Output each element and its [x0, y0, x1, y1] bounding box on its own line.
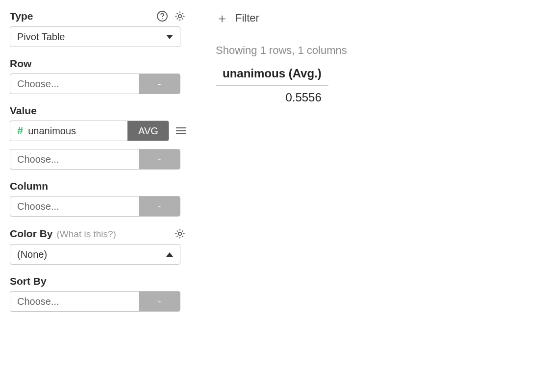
value-chooser[interactable]: # unanimous AVG [10, 121, 169, 141]
column-chooser-agg[interactable]: - [139, 196, 180, 216]
sortby-chooser[interactable]: Choose... - [10, 291, 180, 312]
gear-icon[interactable] [174, 10, 186, 23]
colorby-section: Color By (What is this?) (None) [10, 227, 186, 265]
number-type-icon: # [17, 125, 23, 136]
svg-point-1 [162, 18, 163, 19]
config-sidebar: Type [10, 10, 186, 322]
value-extra-agg[interactable]: - [139, 149, 180, 169]
result-table: unanimous (Avg.) 0.5556 [216, 64, 328, 109]
type-label: Type [10, 10, 33, 22]
value-chooser-field: unanimous [28, 125, 76, 137]
row-chooser-agg[interactable]: - [139, 74, 180, 94]
type-section: Type [10, 10, 186, 47]
sortby-label: Sort By [10, 275, 47, 287]
colorby-hint[interactable]: (What is this?) [57, 229, 116, 240]
result-meta: Showing 1 rows, 1 columns [216, 44, 546, 57]
drag-handle-icon[interactable] [176, 125, 186, 136]
result-header: unanimous (Avg.) [216, 64, 328, 86]
value-extra-placeholder: Choose... [10, 149, 139, 169]
type-select-value: Pivot Table [17, 31, 65, 43]
colorby-select-value: (None) [17, 249, 47, 260]
value-chooser-agg[interactable]: AVG [127, 121, 169, 141]
column-chooser[interactable]: Choose... - [10, 196, 180, 217]
value-extra-chooser[interactable]: Choose... - [10, 149, 180, 170]
sortby-section: Sort By Choose... - [10, 275, 186, 312]
colorby-label: Color By [10, 228, 53, 240]
sortby-chooser-agg[interactable]: - [139, 292, 180, 311]
svg-point-2 [178, 15, 181, 18]
colorby-select[interactable]: (None) [10, 244, 180, 265]
results-panel: ＋ Filter Showing 1 rows, 1 columns unani… [186, 10, 546, 322]
help-icon[interactable] [156, 10, 169, 23]
column-label: Column [10, 180, 48, 192]
row-chooser[interactable]: Choose... - [10, 74, 180, 94]
value-label: Value [10, 105, 37, 117]
sortby-chooser-placeholder: Choose... [10, 292, 139, 311]
row-section: Row Choose... - [10, 58, 186, 94]
chevron-up-icon [166, 252, 173, 257]
result-value: 0.5556 [216, 86, 328, 109]
row-label: Row [10, 58, 31, 70]
column-chooser-placeholder: Choose... [10, 196, 139, 216]
svg-point-3 [178, 232, 181, 235]
plus-icon: ＋ [216, 12, 228, 24]
add-filter-button[interactable]: ＋ Filter [216, 12, 546, 24]
chevron-down-icon [166, 35, 173, 39]
filter-label: Filter [235, 12, 259, 24]
row-chooser-placeholder: Choose... [10, 74, 139, 94]
gear-icon[interactable] [174, 227, 186, 240]
type-select[interactable]: Pivot Table [10, 26, 180, 47]
value-section: Value # unanimous AVG Choose... [10, 105, 186, 170]
column-section: Column Choose... - [10, 180, 186, 217]
